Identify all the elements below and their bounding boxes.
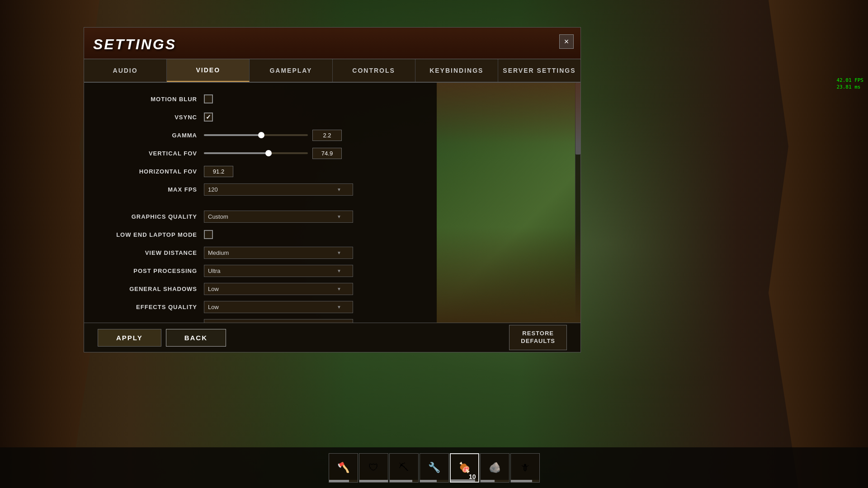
horizontal-fov-label: HORIZONTAL FOV: [98, 168, 197, 175]
vsync-label: VSYNC: [98, 114, 197, 121]
vertical-fov-slider-fill: [204, 152, 269, 154]
hotbar-bar-5: [451, 479, 478, 482]
setting-row-vsync: VSYNC: [98, 110, 423, 124]
texture-quality-dropdown[interactable]: Medium: [204, 319, 353, 323]
post-processing-dropdown[interactable]: Ultra: [204, 265, 353, 277]
max-fps-label: MAX FPS: [98, 186, 197, 193]
settings-modal: SETTINGS × AUDIO VIDEO GAMEPLAY CONTROLS…: [84, 27, 581, 352]
tab-video[interactable]: VIDEO: [167, 59, 250, 82]
gamma-value[interactable]: 2.2: [312, 130, 342, 141]
tab-keybindings[interactable]: KEYBINDINGS: [415, 59, 498, 82]
low-end-laptop-label: LOW END LAPTOP MODE: [98, 231, 197, 238]
hotbar-bar-3: [390, 480, 418, 482]
vsync-checkbox[interactable]: [204, 113, 213, 122]
modal-footer: APPLY BACK RESTOREDEFAULTS: [84, 323, 580, 352]
vertical-fov-slider-track[interactable]: [204, 152, 308, 154]
setting-row-max-fps: MAX FPS 120: [98, 182, 423, 197]
gamma-label: GAMMA: [98, 132, 197, 139]
tab-audio[interactable]: AUDIO: [84, 59, 167, 82]
gamma-slider-fill: [204, 134, 261, 136]
hotbar-slot-2[interactable]: 🛡: [359, 453, 388, 483]
tab-gameplay[interactable]: GAMEPLAY: [250, 59, 332, 82]
hotbar-slot-3[interactable]: ⛏: [389, 453, 419, 483]
general-shadows-dropdown[interactable]: Low: [204, 283, 353, 295]
effects-quality-label: EFFECTS QUALITY: [98, 304, 197, 310]
setting-row-texture-quality: TEXTURE QUALITY Medium: [98, 318, 423, 323]
gamma-slider-container: 2.2: [204, 130, 342, 141]
modal-header: SETTINGS ×: [84, 28, 580, 59]
general-shadows-label: GENERAL SHADOWS: [98, 286, 197, 292]
vertical-fov-label: VERTICAL FOV: [98, 150, 197, 157]
max-fps-dropdown[interactable]: 120: [204, 183, 353, 196]
hotbar: 🪓 🛡 ⛏ 🔧 🍖 10 🪨 🗡: [0, 447, 868, 488]
fps-value: 42.01 FPS: [836, 77, 863, 84]
hotbar-slot-5[interactable]: 🍖 10: [450, 453, 479, 483]
hotbar-bar-7: [511, 480, 539, 482]
ms-value: 23.81 ms: [836, 84, 863, 90]
setting-row-general-shadows: GENERAL SHADOWS Low: [98, 282, 423, 296]
gamma-slider-thumb[interactable]: [258, 132, 264, 138]
hotbar-slot-4[interactable]: 🔧: [420, 453, 449, 483]
fps-counter: 42.01 FPS 23.81 ms: [836, 77, 863, 91]
low-end-laptop-checkbox[interactable]: [204, 230, 213, 239]
hotbar-bar-fill-1: [329, 480, 349, 482]
hotbar-bar-6: [481, 480, 509, 482]
setting-row-motion-blur: MOTION BLUR: [98, 92, 423, 106]
graphics-quality-label: GRAPHICS QUALITY: [98, 213, 197, 220]
back-button[interactable]: BACK: [166, 329, 226, 347]
motion-blur-checkbox[interactable]: [204, 94, 213, 103]
setting-row-view-distance: VIEW DISTANCE Medium: [98, 245, 423, 260]
view-distance-label: VIEW DISTANCE: [98, 249, 197, 256]
hotbar-item-2-icon: 🛡: [368, 462, 378, 474]
vertical-fov-slider-thumb[interactable]: [265, 150, 272, 156]
hotbar-bar-fill-6: [481, 480, 495, 482]
setting-row-post-processing: POST PROCESSING Ultra: [98, 263, 423, 278]
apply-button[interactable]: APPLY: [98, 329, 161, 347]
hotbar-item-7-icon: 🗡: [520, 462, 530, 474]
hotbar-bar-fill-5: [451, 479, 476, 482]
hotbar-bar-fill-3: [390, 480, 412, 482]
content-area: MOTION BLUR VSYNC GAMMA 2.2: [84, 83, 580, 323]
close-button[interactable]: ×: [559, 34, 574, 49]
close-icon: ×: [564, 37, 569, 47]
vertical-fov-value[interactable]: 74.9: [312, 148, 342, 159]
hotbar-slot-6[interactable]: 🪨: [480, 453, 509, 483]
setting-row-effects-quality: EFFECTS QUALITY Low: [98, 300, 423, 314]
tab-bar: AUDIO VIDEO GAMEPLAY CONTROLS KEYBINDING…: [84, 59, 580, 83]
hotbar-item-6-icon: 🪨: [489, 462, 501, 474]
modal-title: SETTINGS: [93, 36, 176, 53]
hotbar-bar-1: [329, 480, 358, 482]
hotbar-bar-4: [420, 480, 448, 482]
tab-controls[interactable]: CONTROLS: [333, 59, 415, 82]
setting-row-horizontal-fov: HORIZONTAL FOV 91.2: [98, 164, 423, 178]
horizontal-fov-value[interactable]: 91.2: [204, 166, 233, 177]
setting-row-gamma: GAMMA 2.2: [98, 128, 423, 142]
effects-quality-dropdown[interactable]: Low: [204, 301, 353, 313]
hotbar-slot-7[interactable]: 🗡: [510, 453, 540, 483]
tab-server-settings[interactable]: SERVER SETTINGS: [498, 59, 580, 82]
setting-row-vertical-fov: VERTICAL FOV 74.9: [98, 146, 423, 160]
gamma-slider-track[interactable]: [204, 134, 308, 136]
hotbar-item-5-icon: 🍖: [458, 462, 471, 474]
section-spacer-1: [98, 200, 423, 209]
vertical-fov-slider-container: 74.9: [204, 148, 342, 159]
hotbar-bar-fill-2: [359, 480, 388, 482]
hotbar-bar-2: [359, 480, 388, 482]
motion-blur-label: MOTION BLUR: [98, 96, 197, 103]
restore-defaults-button[interactable]: RESTOREDEFAULTS: [509, 325, 567, 350]
hotbar-item-4-icon: 🔧: [428, 462, 440, 474]
hotbar-item-3-icon: ⛏: [399, 462, 409, 474]
hotbar-bar-fill-4: [420, 480, 437, 482]
hotbar-slot-1[interactable]: 🪓: [329, 453, 358, 483]
settings-panel: MOTION BLUR VSYNC GAMMA 2.2: [84, 83, 437, 323]
setting-row-graphics-quality: GRAPHICS QUALITY Custom: [98, 209, 423, 224]
graphics-quality-dropdown[interactable]: Custom: [204, 211, 353, 223]
texture-quality-label: TEXTURE QUALITY: [98, 322, 197, 323]
view-distance-dropdown[interactable]: Medium: [204, 247, 353, 259]
post-processing-label: POST PROCESSING: [98, 267, 197, 274]
setting-row-low-end-laptop: LOW END LAPTOP MODE: [98, 227, 423, 242]
hotbar-item-1-icon: 🪓: [337, 462, 349, 474]
preview-pane: [437, 83, 580, 323]
hotbar-bar-fill-7: [511, 480, 532, 482]
